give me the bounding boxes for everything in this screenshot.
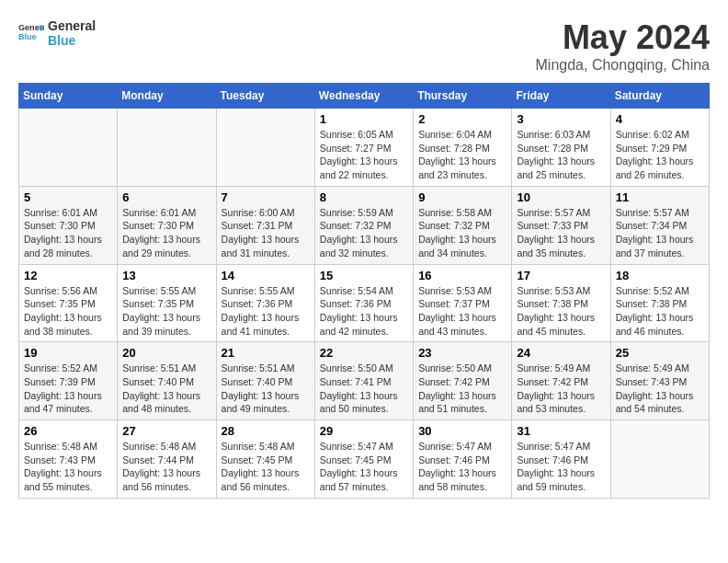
day-number: 26 [24,424,112,438]
day-info: Sunrise: 6:00 AM Sunset: 7:31 PM Dayligh… [222,206,310,260]
location-subtitle: Mingda, Chongqing, China [536,57,710,74]
calendar-cell [610,420,709,499]
calendar-cell: 27Sunrise: 5:48 AM Sunset: 7:44 PM Dayli… [118,420,216,499]
day-info: Sunrise: 5:48 AM Sunset: 7:43 PM Dayligh… [24,440,112,494]
day-info: Sunrise: 5:53 AM Sunset: 7:37 PM Dayligh… [418,284,506,339]
calendar-week-row: 26Sunrise: 5:48 AM Sunset: 7:43 PM Dayli… [19,420,710,499]
calendar-cell: 31Sunrise: 5:47 AM Sunset: 7:46 PM Dayli… [512,420,610,499]
day-info: Sunrise: 6:01 AM Sunset: 7:30 PM Dayligh… [24,206,112,260]
day-info: Sunrise: 5:47 AM Sunset: 7:46 PM Dayligh… [418,440,506,494]
page-header: General Blue General Blue May 2024 Mingd… [18,18,710,74]
day-number: 4 [616,112,704,126]
logo-icon: General Blue [18,20,44,46]
weekday-header-thursday: Thursday [414,84,512,109]
calendar-cell: 2Sunrise: 6:04 AM Sunset: 7:28 PM Daylig… [414,109,512,187]
day-info: Sunrise: 5:47 AM Sunset: 7:45 PM Dayligh… [320,440,408,494]
day-info: Sunrise: 5:50 AM Sunset: 7:41 PM Dayligh… [320,362,408,416]
calendar-cell: 12Sunrise: 5:56 AM Sunset: 7:35 PM Dayli… [19,264,118,342]
day-number: 11 [616,190,704,204]
logo-text-blue: Blue [48,33,96,48]
day-info: Sunrise: 5:52 AM Sunset: 7:39 PM Dayligh… [24,362,112,416]
day-info: Sunrise: 6:03 AM Sunset: 7:28 PM Dayligh… [517,128,605,182]
day-number: 21 [222,346,310,360]
day-number: 29 [320,424,408,438]
day-info: Sunrise: 6:04 AM Sunset: 7:28 PM Dayligh… [418,128,506,182]
weekday-header-monday: Monday [118,84,216,109]
day-number: 5 [24,190,112,204]
day-info: Sunrise: 5:53 AM Sunset: 7:38 PM Dayligh… [517,284,605,339]
calendar-week-row: 12Sunrise: 5:56 AM Sunset: 7:35 PM Dayli… [19,264,710,342]
day-number: 22 [320,346,408,360]
calendar-cell: 10Sunrise: 5:57 AM Sunset: 7:33 PM Dayli… [512,186,610,264]
calendar-cell: 5Sunrise: 6:01 AM Sunset: 7:30 PM Daylig… [19,186,118,264]
calendar-cell [19,109,118,187]
calendar-cell: 3Sunrise: 6:03 AM Sunset: 7:28 PM Daylig… [512,109,610,187]
calendar-cell: 14Sunrise: 5:55 AM Sunset: 7:36 PM Dayli… [216,264,314,342]
weekday-header-friday: Friday [512,84,610,109]
day-number: 13 [122,269,210,282]
day-number: 19 [24,346,112,360]
calendar-cell: 30Sunrise: 5:47 AM Sunset: 7:46 PM Dayli… [414,420,512,499]
svg-text:Blue: Blue [18,32,37,41]
day-number: 12 [24,269,112,282]
day-number: 31 [517,424,605,438]
calendar-cell: 20Sunrise: 5:51 AM Sunset: 7:40 PM Dayli… [118,342,216,420]
calendar-table: SundayMondayTuesdayWednesdayThursdayFrid… [18,83,710,499]
calendar-week-row: 19Sunrise: 5:52 AM Sunset: 7:39 PM Dayli… [19,342,710,420]
day-info: Sunrise: 5:55 AM Sunset: 7:36 PM Dayligh… [222,284,310,339]
calendar-cell: 7Sunrise: 6:00 AM Sunset: 7:31 PM Daylig… [216,186,314,264]
day-info: Sunrise: 5:55 AM Sunset: 7:35 PM Dayligh… [122,284,210,339]
day-number: 9 [418,190,506,204]
weekday-header-sunday: Sunday [19,84,118,109]
day-number: 24 [517,346,605,360]
day-number: 6 [122,190,210,204]
day-info: Sunrise: 5:51 AM Sunset: 7:40 PM Dayligh… [122,362,210,416]
day-info: Sunrise: 5:48 AM Sunset: 7:45 PM Dayligh… [222,440,310,494]
day-info: Sunrise: 5:59 AM Sunset: 7:32 PM Dayligh… [320,206,408,260]
calendar-cell: 9Sunrise: 5:58 AM Sunset: 7:32 PM Daylig… [414,186,512,264]
day-number: 15 [320,269,408,282]
day-info: Sunrise: 5:50 AM Sunset: 7:42 PM Dayligh… [418,362,506,416]
day-number: 18 [616,269,704,282]
calendar-cell: 21Sunrise: 5:51 AM Sunset: 7:40 PM Dayli… [216,342,314,420]
day-number: 7 [222,190,310,204]
calendar-cell: 11Sunrise: 5:57 AM Sunset: 7:34 PM Dayli… [610,186,709,264]
calendar-cell: 17Sunrise: 5:53 AM Sunset: 7:38 PM Dayli… [512,264,610,342]
calendar-cell: 18Sunrise: 5:52 AM Sunset: 7:38 PM Dayli… [610,264,709,342]
day-number: 2 [418,112,506,126]
day-info: Sunrise: 5:47 AM Sunset: 7:46 PM Dayligh… [517,440,605,494]
day-info: Sunrise: 5:57 AM Sunset: 7:34 PM Dayligh… [616,206,704,260]
calendar-cell: 24Sunrise: 5:49 AM Sunset: 7:42 PM Dayli… [512,342,610,420]
weekday-header-tuesday: Tuesday [216,84,314,109]
day-number: 25 [616,346,704,360]
calendar-cell: 28Sunrise: 5:48 AM Sunset: 7:45 PM Dayli… [216,420,314,499]
calendar-cell: 1Sunrise: 6:05 AM Sunset: 7:27 PM Daylig… [314,109,413,187]
day-number: 10 [517,190,605,204]
title-section: May 2024 Mingda, Chongqing, China [536,18,710,74]
weekday-header-row: SundayMondayTuesdayWednesdayThursdayFrid… [19,84,710,109]
day-info: Sunrise: 5:54 AM Sunset: 7:36 PM Dayligh… [320,284,408,339]
day-info: Sunrise: 5:48 AM Sunset: 7:44 PM Dayligh… [122,440,210,494]
calendar-cell: 8Sunrise: 5:59 AM Sunset: 7:32 PM Daylig… [314,186,413,264]
calendar-cell: 19Sunrise: 5:52 AM Sunset: 7:39 PM Dayli… [19,342,118,420]
day-info: Sunrise: 5:51 AM Sunset: 7:40 PM Dayligh… [222,362,310,416]
weekday-header-saturday: Saturday [610,84,709,109]
day-info: Sunrise: 6:02 AM Sunset: 7:29 PM Dayligh… [616,128,704,182]
day-info: Sunrise: 5:52 AM Sunset: 7:38 PM Dayligh… [616,284,704,339]
day-number: 23 [418,346,506,360]
day-info: Sunrise: 5:49 AM Sunset: 7:43 PM Dayligh… [616,362,704,416]
day-number: 30 [418,424,506,438]
calendar-cell: 23Sunrise: 5:50 AM Sunset: 7:42 PM Dayli… [414,342,512,420]
day-number: 27 [122,424,210,438]
day-number: 20 [122,346,210,360]
weekday-header-wednesday: Wednesday [314,84,413,109]
calendar-cell: 4Sunrise: 6:02 AM Sunset: 7:29 PM Daylig… [610,109,709,187]
calendar-cell [118,109,216,187]
calendar-week-row: 1Sunrise: 6:05 AM Sunset: 7:27 PM Daylig… [19,109,710,187]
day-number: 3 [517,112,605,126]
day-info: Sunrise: 5:57 AM Sunset: 7:33 PM Dayligh… [517,206,605,260]
calendar-cell: 29Sunrise: 5:47 AM Sunset: 7:45 PM Dayli… [314,420,413,499]
calendar-cell: 22Sunrise: 5:50 AM Sunset: 7:41 PM Dayli… [314,342,413,420]
calendar-cell: 26Sunrise: 5:48 AM Sunset: 7:43 PM Dayli… [19,420,118,499]
day-number: 28 [222,424,310,438]
